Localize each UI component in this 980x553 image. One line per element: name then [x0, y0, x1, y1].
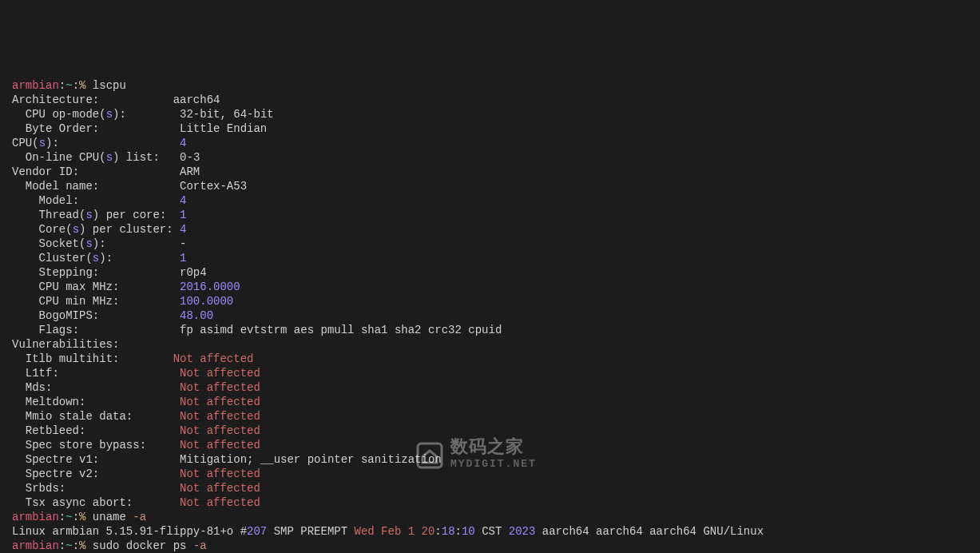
cluster-s: s	[93, 252, 99, 265]
vuln-label: Vulnerabilities	[12, 338, 113, 351]
maxmhz-value: 2016.0000	[180, 280, 240, 293]
srbds-value: Not affected	[180, 482, 260, 495]
uname-p3: SMP PREEMPT	[267, 525, 354, 538]
flags-label: Flags	[39, 324, 73, 336]
online-label2: list	[119, 151, 153, 164]
prompt-user2: armbian	[12, 511, 59, 523]
vendor-label: Vendor ID	[12, 165, 73, 178]
bogo-label: BogoMIPS	[39, 309, 93, 322]
retb-value: Not affected	[180, 424, 260, 437]
cmd-docker-arg: -a	[193, 539, 207, 552]
opmode-s: s	[106, 108, 113, 121]
socket-label: Socket	[39, 237, 79, 250]
socket-s: s	[85, 237, 92, 250]
prompt-sym2: %	[79, 511, 85, 523]
sv1-value2: ; __user pointer sanitization	[247, 453, 442, 466]
cluster-value: 1	[180, 252, 186, 265]
modelnum-label: Model	[39, 194, 73, 207]
ssb-label: Spec store bypass	[26, 439, 140, 452]
thread-label: Thread	[39, 209, 79, 221]
retb-label: Retbleed	[26, 424, 79, 437]
cluster-label: Cluster	[39, 252, 86, 265]
flags-value: fp asimd evtstrm aes pmull sha1 sha2 crc…	[180, 324, 502, 336]
stepping-value: r0p4	[180, 266, 207, 279]
online-label: On-line CPU	[26, 151, 99, 164]
itlb-label: Itlb multihit	[26, 352, 113, 365]
cpus-s: s	[39, 137, 46, 149]
uname-p9: CST	[475, 525, 509, 538]
thread-s: s	[85, 209, 92, 221]
maxmhz-label: CPU max MHz	[39, 280, 113, 293]
cmd-uname: uname	[93, 511, 126, 523]
terminal-output[interactable]: armbian:~:% lscpu Architecture: aarch64 …	[12, 64, 968, 553]
melt-value: Not affected	[180, 396, 260, 408]
modelnum-value: 4	[180, 194, 186, 207]
uname-p10: 2023	[509, 525, 536, 538]
tsx-value: Not affected	[180, 496, 260, 509]
arch-value: aarch64	[173, 93, 220, 106]
tsx-label: Tsx async abort	[26, 496, 126, 509]
itlb-value: Not affected	[173, 352, 254, 365]
sv2-value: Not affected	[180, 467, 260, 480]
prompt-sep-3: :	[59, 539, 65, 552]
bogo-value: 48.00	[180, 309, 213, 322]
model-value: Cortex-A53	[180, 180, 247, 193]
uname-p5: :	[434, 525, 441, 538]
prompt-sep: :	[59, 79, 65, 92]
stepping-label: Stepping	[39, 266, 93, 279]
ssb-value: Not affected	[180, 439, 260, 452]
byteorder-value: Little Endian	[180, 122, 267, 135]
model-label: Model name	[26, 180, 93, 193]
core-value: 4	[180, 223, 186, 236]
prompt-user: armbian	[12, 79, 59, 92]
mmio-label: Mmio stale data	[26, 410, 126, 423]
prompt-path2: ~	[65, 511, 72, 523]
uname-p11: aarch64 aarch64 aarch64 GNU/Linux	[535, 525, 764, 538]
prompt-sym3: %	[79, 539, 85, 552]
opmode-value: 32-bit, 64-bit	[180, 108, 274, 121]
uname-p4: Wed Feb 1 20	[355, 525, 435, 538]
sv2-label: Spectre v2	[26, 467, 93, 480]
cmd-docker: sudo docker ps	[93, 539, 187, 552]
prompt-path: ~	[65, 79, 72, 92]
core-label: Core	[39, 223, 66, 236]
uname-p2: 207	[247, 525, 267, 538]
uname-p7: :	[455, 525, 462, 538]
thread-label2: per core	[99, 209, 160, 221]
vendor-value: ARM	[180, 165, 200, 178]
online-value: 0-3	[180, 151, 200, 164]
srbds-label: Srbds	[26, 482, 59, 495]
minmhz-value: 100.0000	[180, 295, 233, 308]
cpus-label: CPU	[12, 137, 32, 149]
uname-p6: 18	[442, 525, 455, 538]
prompt-path3: ~	[65, 539, 72, 552]
prompt-sep-2: :	[59, 511, 65, 523]
sv1-value1: Mitigation	[180, 453, 247, 466]
mmio-value: Not affected	[180, 410, 260, 423]
sv1-label: Spectre v1	[26, 453, 93, 466]
mds-label: Mds	[26, 381, 46, 394]
cpus-value: 4	[180, 137, 186, 149]
cmd-lscpu: lscpu	[93, 79, 126, 92]
cmd-uname-arg: -a	[133, 511, 146, 523]
l1tf-value: Not affected	[180, 367, 260, 380]
socket-value: -	[180, 237, 186, 250]
prompt-sep2-2: :	[73, 511, 79, 523]
arch-label: Architecture	[12, 93, 93, 106]
prompt-sep2-3: :	[73, 539, 79, 552]
core-s: s	[73, 223, 79, 236]
minmhz-label: CPU min MHz	[39, 295, 113, 308]
prompt-sym: %	[79, 79, 85, 92]
thread-value: 1	[180, 209, 186, 221]
uname-p1: Linux armbian 5.15.91-flippy-81+o #	[12, 525, 247, 538]
online-s: s	[106, 151, 113, 164]
core-label2: per cluster	[85, 223, 166, 236]
melt-label: Meltdown	[26, 396, 79, 408]
uname-p8: 10	[462, 525, 475, 538]
prompt-sep2: :	[73, 79, 79, 92]
l1tf-label: L1tf	[26, 367, 53, 380]
opmode-label: CPU op-mode	[26, 108, 99, 121]
mds-value: Not affected	[180, 381, 260, 394]
byteorder-label: Byte Order	[26, 122, 93, 135]
prompt-user3: armbian	[12, 539, 59, 552]
